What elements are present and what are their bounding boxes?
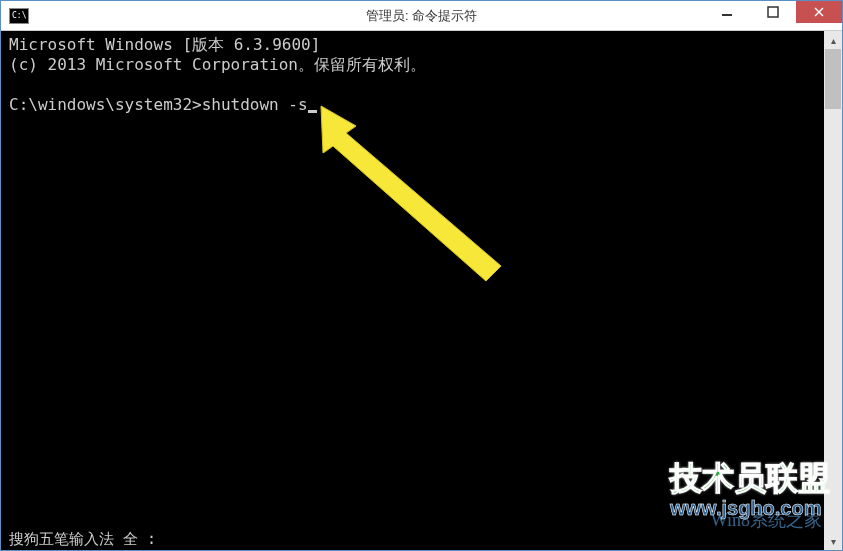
cursor bbox=[308, 110, 317, 113]
watermark-primary: 技术员联盟 www.jsgho.com bbox=[670, 457, 830, 520]
version-line: Microsoft Windows [版本 6.3.9600] bbox=[9, 35, 834, 55]
close-button[interactable] bbox=[796, 1, 842, 23]
close-icon bbox=[813, 6, 825, 18]
prompt-line: C:\windows\system32>shutdown -s bbox=[9, 95, 834, 115]
maximize-icon bbox=[767, 6, 779, 18]
app-icon: C:\ bbox=[9, 8, 29, 24]
scroll-down-arrow[interactable]: ▾ bbox=[824, 532, 842, 550]
window-title: 管理员: 命令提示符 bbox=[366, 7, 477, 25]
ime-status-bar: 搜狗五笔输入法 全 : bbox=[1, 528, 824, 550]
minimize-icon bbox=[721, 6, 733, 18]
maximize-button[interactable] bbox=[750, 1, 796, 23]
titlebar[interactable]: C:\ 管理员: 命令提示符 bbox=[1, 1, 842, 31]
svg-rect-1 bbox=[768, 7, 778, 17]
watermark-cn-text: 技术员联盟 bbox=[670, 457, 830, 501]
watermark-url-text: www.jsgho.com bbox=[670, 497, 830, 520]
window-controls bbox=[704, 1, 842, 25]
scroll-up-arrow[interactable]: ▴ bbox=[824, 31, 842, 49]
copyright-line: (c) 2013 Microsoft Corporation。保留所有权利。 bbox=[9, 55, 834, 75]
ime-status-text: 搜狗五笔输入法 全 : bbox=[9, 530, 156, 549]
command-text: shutdown -s bbox=[202, 95, 308, 114]
minimize-button[interactable] bbox=[704, 1, 750, 23]
command-prompt-window: C:\ 管理员: 命令提示符 Microsoft Windows [版本 6.3… bbox=[0, 0, 843, 551]
scrollbar-thumb[interactable] bbox=[825, 49, 841, 109]
prompt-path: C:\windows\system32> bbox=[9, 95, 202, 114]
